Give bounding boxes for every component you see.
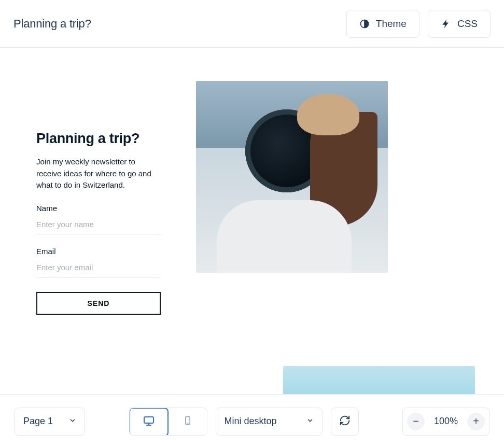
mobile-toggle[interactable] — [169, 408, 207, 435]
page-select[interactable]: Page 1 — [15, 408, 85, 436]
newsletter-form: Planning a trip? Join my weekly newslett… — [36, 131, 161, 315]
topbar-actions: Theme CSS — [346, 10, 491, 38]
preview-canvas: Planning a trip? Join my weekly newslett… — [0, 48, 504, 394]
zoom-out-button[interactable]: − — [407, 413, 425, 430]
topbar: Planning a trip? Theme CSS — [0, 0, 504, 48]
css-button-label: CSS — [457, 18, 478, 30]
page-title: Planning a trip? — [13, 17, 91, 31]
device-toggle — [129, 408, 207, 436]
email-field-group: Email — [36, 247, 161, 277]
email-label: Email — [36, 247, 161, 256]
contrast-icon — [359, 19, 370, 29]
desktop-icon — [143, 415, 155, 429]
chevron-down-icon — [306, 416, 314, 427]
theme-button-label: Theme — [376, 18, 407, 30]
zoom-control: − 100% + — [402, 408, 489, 436]
form-heading: Planning a trip? — [36, 131, 161, 147]
bottombar: Page 1 — [0, 394, 504, 448]
desktop-toggle[interactable] — [129, 408, 169, 436]
viewport-select-label: Mini desktop — [225, 416, 277, 427]
zoom-level: 100% — [429, 416, 463, 427]
name-label: Name — [36, 204, 161, 213]
plus-icon: + — [473, 415, 479, 427]
name-input[interactable] — [36, 217, 161, 234]
email-input[interactable] — [36, 260, 161, 277]
theme-button[interactable]: Theme — [346, 10, 419, 38]
page-select-label: Page 1 — [23, 416, 53, 427]
viewport-select[interactable]: Mini desktop — [216, 408, 323, 436]
hero-image-top — [196, 81, 388, 273]
css-button[interactable]: CSS — [428, 10, 491, 38]
refresh-icon — [339, 415, 351, 428]
minus-icon: − — [413, 415, 419, 427]
svg-rect-1 — [144, 417, 153, 423]
image-stack — [196, 81, 476, 371]
refresh-button[interactable] — [331, 408, 359, 436]
hero-image-bottom — [283, 366, 475, 394]
zoom-in-button[interactable]: + — [467, 413, 485, 430]
chevron-down-icon — [69, 416, 76, 427]
send-button[interactable]: SEND — [36, 292, 161, 315]
mobile-icon — [183, 414, 193, 429]
name-field-group: Name — [36, 204, 161, 234]
bolt-icon — [441, 19, 451, 29]
form-description: Join my weekly newsletter to receive ide… — [36, 156, 161, 191]
